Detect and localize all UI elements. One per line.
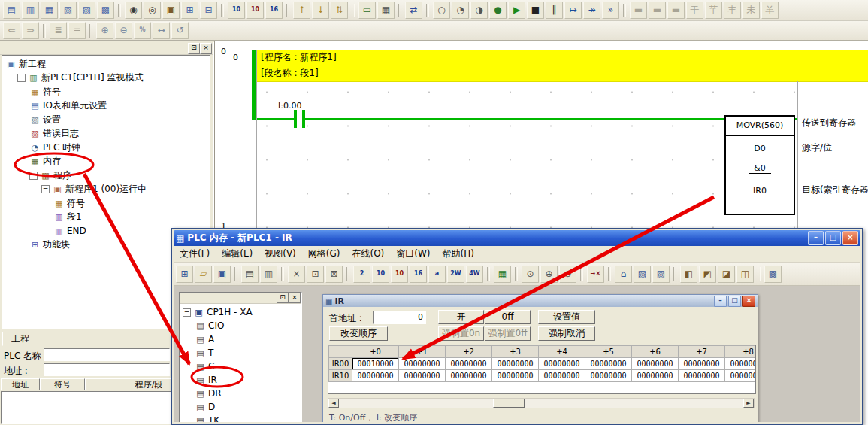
minimize-icon[interactable]: – [714,296,727,307]
address-input[interactable] [44,363,170,376]
grid-cell[interactable]: 00000000 [632,370,679,382]
zoom-out-icon[interactable]: ⊖ [559,266,576,283]
show-diagram-icon[interactable]: ▤ [3,2,20,19]
debug-mode-icon[interactable]: ◔ [452,2,469,19]
fill-range-icon[interactable]: ◧ [680,266,697,283]
continuous-step-icon[interactable]: ↠ [583,2,600,19]
grid-cell[interactable]: 00000000 [725,370,757,382]
grid-cell[interactable]: 00000000 [539,370,585,382]
tree-item-program1[interactable]: −▣新程序1 (00)运行中 [2,183,210,197]
tree-expander-icon[interactable]: − [41,185,50,193]
grid-cell[interactable]: 00000000 [679,358,725,370]
zoom-in-icon[interactable]: ⊕ [96,22,113,39]
word-2w-icon[interactable]: 2W [447,266,464,283]
menu-item[interactable]: 编辑(E) [216,246,259,262]
find-address-icon[interactable]: ⊙ [522,266,539,283]
pan-icon[interactable]: ↔ [153,22,170,39]
monitor-decimal-icon[interactable]: 10 [228,2,245,19]
tree-item-io-table[interactable]: ▤IO表和单元设置 [2,99,210,114]
pane-close-icon[interactable]: × [200,43,212,54]
stop-icon[interactable]: ■ [527,2,544,19]
tree-item-d[interactable]: ▤D [180,400,301,414]
tree-item-error-log[interactable]: ▨错误日志 [2,127,210,141]
grid-cell[interactable]: 00000000 [399,370,446,382]
maximize-icon[interactable]: □ [728,296,741,307]
tree-item-dr[interactable]: ▤DR [180,387,301,400]
menu-item[interactable]: 在线(O) [346,246,390,262]
grid-cell[interactable]: 00000000 [539,358,585,370]
on-button[interactable]: 开 [438,310,484,324]
monitor-mode-icon[interactable]: ◑ [470,2,488,19]
output-window-icon[interactable]: ⊟ [200,2,217,19]
copy-icon[interactable]: ⊡ [307,266,324,283]
find-icon[interactable]: ◉ [125,2,142,19]
tree-item-program-symbols[interactable]: ▦符号 [2,196,210,211]
grid-cell[interactable]: 00000000 [585,370,632,382]
tree-item-t[interactable]: ▤T [180,346,301,360]
menu-item[interactable]: 视图(V) [259,246,302,262]
compare-with-plc-icon[interactable]: ⇅ [331,2,348,19]
cut-icon[interactable]: × [288,266,305,283]
monitor-signed-decimal-icon[interactable]: 10 [246,2,264,19]
plc-name-input[interactable] [44,348,170,361]
close-icon[interactable]: × [742,296,755,307]
monitor-icon[interactable]: ▦ [494,266,511,283]
start-address-input[interactable]: 0 [373,311,426,324]
watch-window-icon[interactable]: ▣ [162,2,180,19]
program-mode-icon[interactable]: ○ [433,2,450,19]
transfer-from-plc-icon[interactable]: ◪ [718,266,735,283]
tree-item-c[interactable]: ▤C [180,360,301,373]
grid-cell[interactable]: 00000000 [492,358,539,370]
menu-item[interactable]: 帮助(H) [437,246,480,262]
word-4w-icon[interactable]: 4W [466,266,483,283]
pane-close-icon[interactable]: × [289,293,301,303]
run-icon[interactable]: ▶ [508,2,525,19]
close-icon[interactable]: × [842,231,858,245]
tree-item-settings[interactable]: ▧设置 [2,113,210,127]
tree-item-tk[interactable]: ▤TK [180,414,301,422]
decimal-format-icon[interactable]: 10 [372,266,389,283]
refresh-icon[interactable]: ↺ [171,22,189,39]
horizontal-scrollbar[interactable]: ◄ ► [328,398,755,408]
paste-icon[interactable]: ⊠ [325,266,343,283]
contact-icon[interactable] [302,110,305,128]
scroll-left-icon[interactable]: ◄ [328,399,339,408]
force-cancel-all-icon[interactable]: →× [587,266,604,283]
save-icon[interactable]: ▣ [213,266,231,283]
show-io-table-icon[interactable]: ▧ [59,2,77,19]
tree-expander-icon[interactable]: − [29,172,38,180]
scrollbar-thumb[interactable] [493,399,525,408]
tree-item-ir[interactable]: ▤IR [180,373,301,387]
transfer-to-plc-icon[interactable]: ◩ [699,266,716,283]
binary-format-icon[interactable]: 2 [353,266,370,283]
grid-cell[interactable]: 00000000 [352,370,399,382]
tree-item-programs[interactable]: −▩程序 [2,168,210,183]
run-mode-icon[interactable]: ● [489,2,507,19]
grid-cell[interactable]: 00010000 [352,358,399,370]
plc-memory-titlebar[interactable]: ▦ PLC 内存 - 新PLC1 - IR – □ × [174,230,860,246]
signed-decimal-format-icon[interactable]: 10 [391,266,408,283]
tree-item-plc-clock[interactable]: ◔PLC 时钟 [2,141,210,155]
off-button[interactable]: 0ff [485,310,531,324]
tree-item-memory[interactable]: ▦内存 [2,155,210,169]
open-icon[interactable]: ▱ [195,266,212,283]
tree-expander-icon[interactable]: − [183,308,191,317]
zoom-in-icon[interactable]: ⊕ [540,266,558,283]
transfer-from-plc-icon[interactable]: ↓ [312,2,329,19]
compare-icon[interactable]: ◫ [736,266,754,283]
menu-item[interactable]: 窗口(W) [390,246,436,262]
monitor-settings-icon[interactable]: ▩ [764,266,782,283]
data-trace-icon[interactable]: ▨ [652,266,670,283]
work-online-icon[interactable]: ▭ [358,2,376,19]
menu-item[interactable]: 网格(G) [302,246,346,262]
cross-reference-icon[interactable]: ⊞ [181,2,198,19]
pane-dock-icon[interactable]: ⊡ [188,43,200,54]
find-replace-icon[interactable]: ◎ [144,2,161,19]
column-header-address[interactable]: 地址 [1,378,40,390]
grid-cell[interactable]: 00000000 [725,358,757,370]
zoom-out-icon[interactable]: ⊖ [115,22,132,39]
tree-item-new-project[interactable]: ▣新工程 [2,57,210,71]
grid-cell[interactable]: 00000000 [585,358,632,370]
grid-cell[interactable]: 00000000 [399,358,446,370]
print-icon[interactable]: ▤ [241,266,259,283]
